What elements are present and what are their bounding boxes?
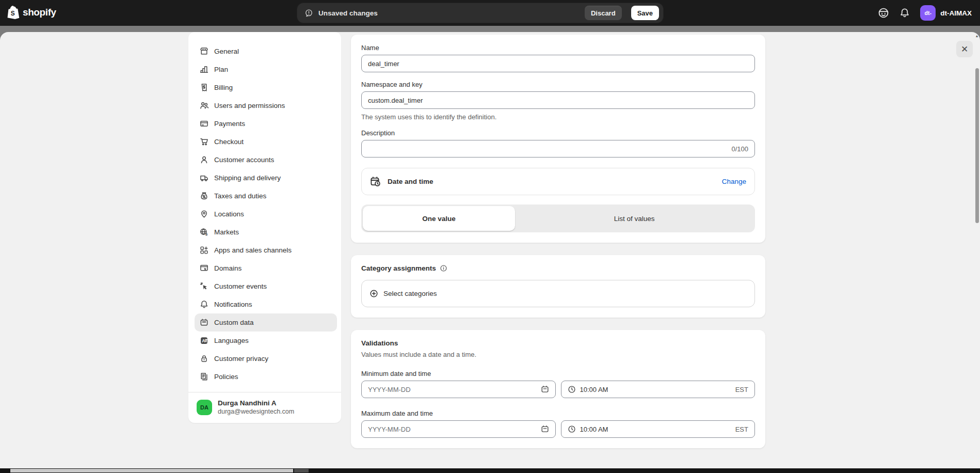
sidebar-item-label: Languages: [214, 337, 249, 344]
sidebar-item-shipping-and-delivery[interactable]: Shipping and delivery: [195, 169, 337, 187]
truck-icon: [200, 174, 208, 182]
bell-icon: [200, 300, 208, 309]
namespace-label: Namespace and key: [361, 81, 755, 88]
svg-text:$: $: [205, 232, 208, 236]
settings-sidebar: General Plan Billing Users and permissio…: [188, 32, 341, 423]
sidebar-item-custom-data[interactable]: Custom data: [195, 313, 337, 332]
discard-button[interactable]: Discard: [585, 6, 622, 20]
horizontal-scrollbar-thumb[interactable]: [10, 469, 293, 472]
sidebar-item-payments[interactable]: Payments: [195, 115, 337, 133]
sidebar-item-label: Markets: [214, 228, 239, 236]
category-assignments-card: Category assignments Select categories: [351, 255, 765, 318]
list-of-values-segment[interactable]: List of values: [515, 206, 753, 231]
notifications-bell-icon[interactable]: [899, 8, 910, 18]
sidebar-item-label: Billing: [214, 84, 233, 91]
select-categories-label: Select categories: [383, 290, 437, 297]
users-icon: [200, 101, 208, 110]
description-input[interactable]: [368, 145, 727, 153]
sidebar-item-label: Policies: [214, 373, 238, 381]
clock-icon: [568, 385, 576, 393]
sidebar-item-label: Shipping and delivery: [214, 174, 281, 182]
sidebar-item-billing[interactable]: Billing: [195, 78, 337, 97]
sidebar-item-locations[interactable]: Locations: [195, 205, 337, 223]
taxes-icon: [200, 192, 208, 200]
assistant-icon[interactable]: [878, 7, 889, 19]
select-categories-button[interactable]: Select categories: [361, 280, 755, 307]
sidebar-item-apps-and-sales-channels[interactable]: Apps and sales channels: [195, 241, 337, 259]
shopify-logo[interactable]: S shopify: [7, 6, 56, 19]
calendar-icon[interactable]: [541, 425, 549, 433]
min-timezone: EST: [735, 386, 748, 393]
svg-text:S: S: [11, 10, 15, 17]
settings-modal: ✕ General Plan Billing Users and permiss…: [0, 32, 980, 469]
calendar-icon[interactable]: [541, 385, 549, 393]
min-date-input[interactable]: [368, 386, 537, 393]
min-date-field-box: [361, 381, 556, 398]
category-assignments-title: Category assignments: [361, 264, 436, 272]
name-field-box: [361, 55, 755, 72]
user-avatar: DA: [197, 400, 212, 415]
payments-icon: [200, 119, 208, 128]
sidebar-item-label: Taxes and duties: [214, 192, 266, 200]
name-input[interactable]: [368, 60, 748, 68]
sidebar-item-taxes-and-duties[interactable]: Taxes and duties: [195, 187, 337, 205]
store-menu[interactable]: dt- dt-AIMAX: [920, 5, 972, 21]
info-icon[interactable]: [440, 264, 447, 272]
sidebar-item-notifications[interactable]: Notifications: [195, 295, 337, 313]
sidebar-item-languages[interactable]: A Languages: [195, 332, 337, 350]
sidebar-item-label: Apps and sales channels: [214, 246, 292, 254]
close-icon[interactable]: ✕: [956, 41, 973, 57]
settings-nav: General Plan Billing Users and permissio…: [195, 42, 337, 386]
plan-icon: [200, 65, 208, 74]
sidebar-item-users-and-permissions[interactable]: Users and permissions: [195, 97, 337, 115]
sidebar-item-label: Payments: [214, 120, 245, 128]
one-value-segment[interactable]: One value: [363, 206, 515, 231]
sidebar-item-label: General: [214, 48, 239, 55]
sidebar-item-customer-privacy[interactable]: Customer privacy: [195, 350, 337, 368]
horizontal-scrollbar-thumb-end: [294, 469, 309, 472]
sidebar-item-plan[interactable]: Plan: [195, 60, 337, 78]
store-name: dt-AIMAX: [940, 9, 972, 17]
vertical-scrollbar[interactable]: [975, 68, 979, 223]
horizontal-scrollbar-track[interactable]: [0, 468, 980, 473]
max-datetime-label: Maximum date and time: [361, 409, 755, 417]
scrollbar-up-arrow[interactable]: ▲: [974, 34, 979, 38]
max-timezone: EST: [735, 425, 748, 433]
sidebar-user-section[interactable]: DA Durga Nandhini A durga@wedesigntech.c…: [188, 392, 341, 423]
alert-icon: [304, 9, 313, 18]
globe-icon: $: [200, 228, 208, 236]
sidebar-item-domains[interactable]: Domains: [195, 259, 337, 277]
sidebar-item-customer-events[interactable]: Customer events: [195, 277, 337, 295]
save-button[interactable]: Save: [631, 6, 659, 20]
sidebar-item-label: Users and permissions: [214, 102, 285, 109]
clock-icon: [568, 425, 576, 433]
shopify-settings-screen: S shopify Unsaved changes Discard Save d…: [0, 0, 980, 473]
sidebar-item-customer-accounts[interactable]: Customer accounts: [195, 151, 337, 169]
sidebar-item-markets[interactable]: $ Markets: [195, 223, 337, 241]
description-field-box: 0/100: [361, 140, 755, 157]
change-type-link[interactable]: Change: [722, 178, 746, 185]
unsaved-changes-banner: Unsaved changes Discard Save: [297, 3, 663, 23]
max-time-value: 10:00 AM: [580, 425, 608, 433]
sidebar-item-label: Locations: [214, 210, 244, 218]
store-avatar: dt-: [920, 5, 936, 21]
sidebar-item-label: Plan: [214, 66, 228, 73]
unsaved-changes-text: Unsaved changes: [318, 9, 580, 17]
sidebar-item-checkout[interactable]: Checkout: [195, 133, 337, 151]
max-time-field-box[interactable]: 10:00 AM EST: [561, 420, 756, 438]
sidebar-item-label: Custom data: [214, 319, 254, 326]
domains-icon: [200, 264, 208, 273]
sidebar-item-policies[interactable]: Policies: [195, 368, 337, 386]
shopify-bag-icon: S: [7, 6, 20, 19]
namespace-input[interactable]: [368, 97, 748, 104]
languages-icon: A: [200, 336, 208, 345]
cursor-icon: [200, 282, 208, 291]
shopify-wordmark: shopify: [23, 7, 56, 18]
sidebar-item-general[interactable]: General: [195, 42, 337, 60]
sidebar-item-label: Checkout: [214, 138, 244, 146]
custom-data-icon: [200, 318, 208, 327]
user-name: Durga Nandhini A: [218, 399, 294, 407]
user-email: durga@wedesigntech.com: [218, 408, 294, 415]
max-date-input[interactable]: [368, 425, 537, 433]
min-time-field-box[interactable]: 10:00 AM EST: [561, 381, 756, 398]
